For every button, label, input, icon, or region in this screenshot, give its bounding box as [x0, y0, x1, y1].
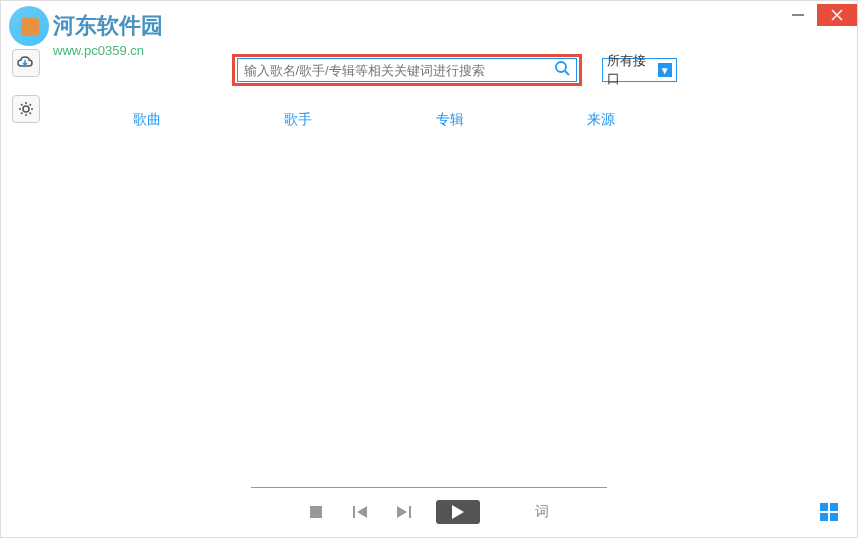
play-icon [452, 505, 464, 519]
svg-marker-8 [357, 506, 367, 518]
svg-rect-6 [310, 506, 322, 518]
play-button[interactable] [436, 500, 480, 524]
svg-marker-11 [452, 505, 464, 519]
svg-rect-7 [353, 506, 355, 518]
search-box-highlight [232, 54, 582, 86]
svg-rect-0 [792, 14, 804, 16]
svg-line-5 [565, 71, 569, 75]
sidebar-settings-button[interactable] [12, 95, 40, 123]
svg-rect-15 [830, 513, 838, 521]
minimize-button[interactable] [783, 4, 813, 26]
grid-view-button[interactable] [817, 500, 841, 524]
gear-icon [17, 100, 35, 118]
close-button[interactable] [817, 4, 857, 26]
column-artist[interactable]: 歌手 [284, 111, 312, 129]
main-area: 所有接口 ▼ 歌曲 歌手 专辑 来源 [1, 29, 857, 487]
next-icon [397, 506, 411, 518]
previous-icon [353, 506, 367, 518]
minimize-icon [792, 14, 804, 16]
svg-rect-12 [820, 503, 828, 511]
sidebar [1, 29, 51, 487]
column-album[interactable]: 专辑 [436, 111, 464, 129]
search-box[interactable] [237, 58, 577, 82]
svg-marker-9 [397, 506, 407, 518]
player-bar: 词 [1, 487, 857, 537]
cloud-icon [16, 56, 36, 70]
source-select[interactable]: 所有接口 ▼ [602, 58, 677, 82]
search-icon[interactable] [554, 60, 570, 80]
search-input[interactable] [244, 63, 554, 78]
close-icon [831, 9, 843, 21]
lyrics-button[interactable]: 词 [530, 500, 554, 524]
next-button[interactable] [392, 500, 416, 524]
chevron-down-icon: ▼ [658, 63, 672, 77]
stop-button[interactable] [304, 500, 328, 524]
svg-rect-13 [830, 503, 838, 511]
previous-button[interactable] [348, 500, 372, 524]
source-select-label: 所有接口 [607, 52, 658, 88]
svg-rect-14 [820, 513, 828, 521]
column-source[interactable]: 来源 [587, 111, 615, 129]
svg-point-3 [23, 106, 29, 112]
search-row: 所有接口 ▼ [51, 54, 857, 86]
column-song[interactable]: 歌曲 [133, 111, 161, 129]
progress-line[interactable] [251, 487, 607, 488]
sidebar-cloud-button[interactable] [12, 49, 40, 77]
content-area: 所有接口 ▼ 歌曲 歌手 专辑 来源 [51, 29, 857, 487]
svg-point-4 [556, 62, 566, 72]
grid-icon [820, 503, 838, 521]
column-headers: 歌曲 歌手 专辑 来源 [51, 111, 857, 129]
stop-icon [310, 506, 322, 518]
titlebar [1, 1, 857, 29]
svg-rect-10 [409, 506, 411, 518]
